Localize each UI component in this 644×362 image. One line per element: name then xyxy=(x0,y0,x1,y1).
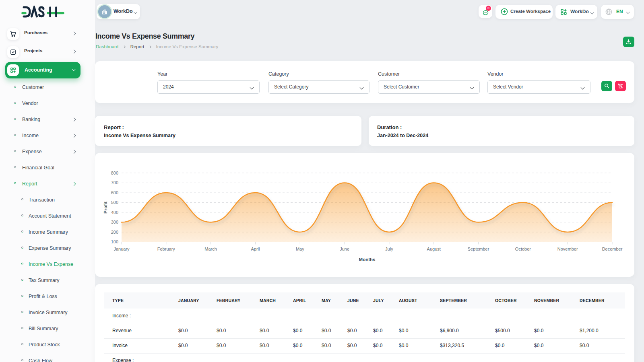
svg-text:April: April xyxy=(251,247,260,251)
svg-text:May: May xyxy=(296,247,304,251)
svg-text:200: 200 xyxy=(111,230,118,234)
svg-text:700: 700 xyxy=(111,180,118,185)
svg-text:March: March xyxy=(204,247,217,251)
svg-text:Profit: Profit xyxy=(103,202,108,214)
svg-text:February: February xyxy=(157,247,175,251)
svg-text:600: 600 xyxy=(111,190,118,195)
svg-text:January: January xyxy=(114,247,130,251)
svg-text:September: September xyxy=(468,247,489,251)
svg-text:November: November xyxy=(557,247,578,251)
svg-text:800: 800 xyxy=(111,171,118,175)
svg-text:100: 100 xyxy=(111,239,118,244)
svg-text:December: December xyxy=(602,247,623,251)
svg-text:500: 500 xyxy=(111,200,118,205)
svg-text:300: 300 xyxy=(111,220,118,224)
svg-text:June: June xyxy=(340,247,349,251)
svg-text:August: August xyxy=(427,247,441,251)
svg-text:October: October xyxy=(515,247,531,251)
svg-text:Months: Months xyxy=(359,257,376,262)
svg-text:400: 400 xyxy=(111,210,118,215)
svg-text:July: July xyxy=(385,247,393,251)
